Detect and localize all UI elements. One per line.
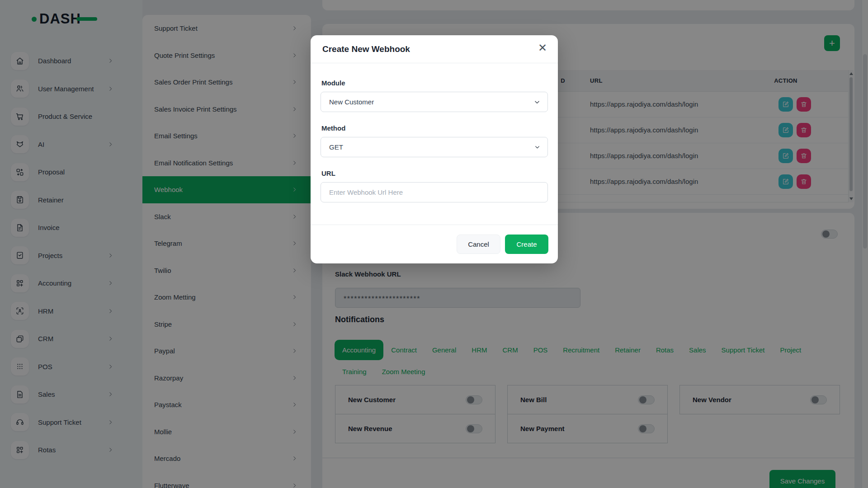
method-select[interactable]: GET xyxy=(321,137,548,157)
create-webhook-modal: Create New Webhook ✕ Module New Customer… xyxy=(311,35,558,263)
create-button[interactable]: Create xyxy=(505,235,548,254)
cancel-button[interactable]: Cancel xyxy=(457,235,500,254)
module-label: Module xyxy=(321,79,345,87)
chevron-down-icon xyxy=(534,144,540,150)
url-label: URL xyxy=(321,169,335,177)
method-label: Method xyxy=(321,124,345,132)
chevron-down-icon xyxy=(534,99,540,105)
webhook-url-input[interactable]: Enter Webhook Url Here xyxy=(321,182,548,202)
webhook-url-placeholder: Enter Webhook Url Here xyxy=(329,188,403,196)
modal-header: Create New Webhook ✕ xyxy=(311,35,558,63)
close-icon[interactable]: ✕ xyxy=(538,42,547,53)
module-select-value: New Customer xyxy=(329,98,374,106)
modal-footer: Cancel Create xyxy=(311,225,558,263)
method-select-value: GET xyxy=(329,143,343,151)
modal-title: Create New Webhook xyxy=(322,44,410,54)
module-select[interactable]: New Customer xyxy=(321,92,548,112)
